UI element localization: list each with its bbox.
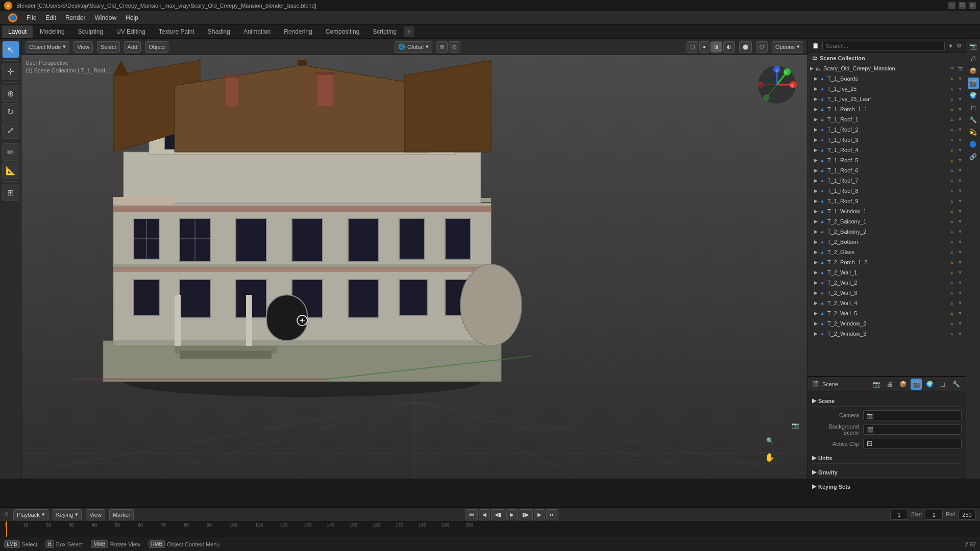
- vis-icon-ivy[interactable]: ▼: [957, 85, 964, 92]
- start-frame-input[interactable]: [925, 510, 943, 520]
- close-button[interactable]: ✕: [969, 2, 976, 9]
- tri-icon-wall5[interactable]: ▲: [948, 310, 955, 317]
- vis-icon-porch[interactable]: ▼: [957, 106, 964, 113]
- outliner-item-balcony1[interactable]: ▶ ▲ T_2_Balcony_1 ▲ ▼: [812, 216, 966, 227]
- tab-rendering[interactable]: Rendering: [278, 26, 318, 38]
- gravity-section-header[interactable]: ▶ Gravity: [812, 467, 962, 478]
- jump-end-button[interactable]: ⏭: [546, 509, 558, 520]
- prop-icon-physics[interactable]: 🔵: [968, 139, 979, 150]
- background-scene-value[interactable]: 🎬: [863, 424, 962, 435]
- navigation-gizmo[interactable]: X Y Z: [756, 64, 797, 105]
- outliner-item-roof2[interactable]: ▶ ▲ T_1_Roof_2 ▲ ▼: [812, 124, 966, 135]
- keying-dropdown[interactable]: Keying ▾: [53, 509, 82, 520]
- timeline-icon[interactable]: ⏱: [4, 512, 9, 517]
- outliner-item-bottom[interactable]: ▶ ▲ T_2_Bottom ▲ ▼: [812, 237, 966, 247]
- outliner-item-balcony2[interactable]: ▶ ▲ T_2_Balcony_2 ▲ ▼: [812, 227, 966, 237]
- vis-icon-porch12[interactable]: ▼: [957, 259, 964, 266]
- vis-icon-wall4[interactable]: ▼: [957, 299, 964, 307]
- prop-icon-render[interactable]: 📷: [968, 41, 979, 52]
- tri-icon-roof9[interactable]: ▲: [948, 197, 955, 205]
- vis-icon-bottom[interactable]: ▼: [957, 238, 964, 245]
- tri-icon-ivyleaf[interactable]: ▲: [948, 95, 955, 103]
- select-menu[interactable]: Select: [97, 41, 120, 53]
- play-button[interactable]: ▶: [506, 509, 518, 520]
- vis-icon-roof7[interactable]: ▼: [957, 177, 964, 184]
- tri-icon-roof4[interactable]: ▲: [948, 146, 955, 154]
- outliner-item-roof1[interactable]: ▶ ▲ T_1_Roof_1 ▲ ▼: [812, 114, 966, 124]
- outliner-item-porch11[interactable]: ▶ ▲ T_1_Porch_1_1 ▲ ▼: [812, 104, 966, 114]
- end-frame-input[interactable]: [958, 510, 976, 520]
- tri-icon-boards[interactable]: ▲: [948, 75, 955, 82]
- vis-icon-roof8[interactable]: ▼: [957, 187, 964, 194]
- tool-cursor[interactable]: ✛: [2, 63, 19, 80]
- vis-icon-roof5[interactable]: ▼: [957, 157, 964, 164]
- vis-icon-wall2[interactable]: ▼: [957, 279, 964, 286]
- vis-icon-window3[interactable]: ▼: [957, 330, 964, 337]
- modifier-props-icon[interactable]: 🔧: [950, 379, 962, 390]
- vis-icon-roof4[interactable]: ▼: [957, 146, 964, 154]
- tri-icon-glass[interactable]: ▲: [948, 248, 955, 256]
- tab-modeling[interactable]: Modeling: [34, 26, 71, 38]
- tab-sculpting[interactable]: Sculpting: [72, 26, 109, 38]
- prop-icon-output[interactable]: 🖨: [968, 53, 979, 64]
- vis-icon-glass[interactable]: ▼: [957, 248, 964, 256]
- outliner-item-boards[interactable]: ▶ ▲ T_1_Boards ▲ ▼: [812, 73, 966, 84]
- prop-icon-object[interactable]: ◻: [968, 102, 979, 113]
- tool-select[interactable]: ↖: [2, 41, 19, 58]
- tri-icon-wall4[interactable]: ▲: [948, 299, 955, 307]
- next-frame-button[interactable]: ▶: [534, 509, 545, 520]
- vis-icon-roof3[interactable]: ▼: [957, 136, 964, 143]
- material-preview-button[interactable]: ◑: [710, 41, 722, 53]
- tab-animation[interactable]: Animation: [237, 26, 277, 38]
- vis-icon-roof9[interactable]: ▼: [957, 197, 964, 205]
- tool-add[interactable]: ⊞: [2, 184, 19, 201]
- tri-icon-roof7[interactable]: ▲: [948, 177, 955, 184]
- outliner-item-wall2[interactable]: ▶ ▲ T_2_Wall_2 ▲ ▼: [812, 278, 966, 288]
- prop-icon-modifier[interactable]: 🔧: [968, 114, 979, 126]
- tri-icon-roof8[interactable]: ▲: [948, 187, 955, 194]
- overlays-button[interactable]: ⬤: [739, 41, 752, 53]
- outliner-item-roof7[interactable]: ▶ ▲ T_1_Roof_7 ▲ ▼: [812, 176, 966, 186]
- outliner-item-wall4[interactable]: ▶ ▲ T_2_Wall_4 ▲ ▼: [812, 298, 966, 308]
- outliner-item-wall1[interactable]: ▶ ▲ T_2_Wall_1 ▲ ▼: [812, 267, 966, 278]
- prev-keyframe-button[interactable]: ◀▮: [491, 509, 505, 520]
- tri-icon-roof2[interactable]: ▲: [948, 126, 955, 133]
- vis-icon-roof1[interactable]: ▼: [957, 116, 964, 123]
- scene-section-header[interactable]: ▶ Scene: [812, 395, 962, 407]
- outliner-item-window3[interactable]: ▶ ▲ T_2_Window_3 ▲ ▼: [812, 329, 966, 339]
- tool-annotate[interactable]: ✏: [2, 143, 19, 161]
- render-props-icon[interactable]: 📷: [871, 379, 882, 390]
- outliner-settings-icon[interactable]: ⚙: [957, 42, 962, 49]
- vis-icon-boards[interactable]: ▼: [957, 75, 964, 82]
- marker-dropdown[interactable]: Marker: [109, 509, 134, 520]
- vis-icon-balcony2[interactable]: ▼: [957, 228, 964, 235]
- render-icon[interactable]: 📷: [957, 65, 964, 72]
- outliner-item-ivy25[interactable]: ▶ ▲ T_1_Ivy_25 ▲ ▼: [812, 84, 966, 94]
- prop-icon-scene[interactable]: 🎬: [968, 78, 979, 89]
- snap-button[interactable]: ⊞: [436, 41, 448, 53]
- tool-measure[interactable]: 📐: [2, 162, 19, 179]
- active-clip-value[interactable]: 🎞: [863, 439, 962, 449]
- outliner-item-wall5[interactable]: ▶ ▲ T_2_Wall_5 ▲ ▼: [812, 308, 966, 318]
- vis-icon-wall5[interactable]: ▼: [957, 310, 964, 317]
- solid-button[interactable]: ●: [699, 41, 709, 53]
- outliner-filter-icon[interactable]: ▼: [948, 43, 953, 49]
- vis-icon-balcony1[interactable]: ▼: [957, 218, 964, 225]
- timeline-view-dropdown[interactable]: View: [86, 509, 105, 520]
- object-mode-dropdown[interactable]: Object Mode ▾: [26, 41, 69, 53]
- outliner-item-glass[interactable]: ▶ ▲ T_2_Glass ▲ ▼: [812, 247, 966, 257]
- outliner-item-window1[interactable]: ▶ ▲ T_1_Window_1 ▲ ▼: [812, 206, 966, 216]
- scene-props-icon[interactable]: 🎬: [911, 379, 922, 390]
- tri-icon-wall3[interactable]: ▲: [948, 289, 955, 296]
- vis-icon-window1[interactable]: ▼: [957, 208, 964, 215]
- wireframe-button[interactable]: ▢: [687, 41, 698, 53]
- outliner-item-wall3[interactable]: ▶ ▲ T_2_Wall_3 ▲ ▼: [812, 288, 966, 298]
- rendered-button[interactable]: ◐: [723, 41, 735, 53]
- tri-icon-balcony1[interactable]: ▲: [948, 218, 955, 225]
- tab-texture-paint[interactable]: Texture Paint: [153, 26, 201, 38]
- next-keyframe-button[interactable]: ▮▶: [519, 509, 533, 520]
- tool-scale[interactable]: ⤢: [2, 121, 19, 139]
- xray-button[interactable]: ⬡: [756, 41, 768, 53]
- tool-move[interactable]: ⊕: [2, 85, 19, 102]
- vis-icon-window2[interactable]: ▼: [957, 320, 964, 327]
